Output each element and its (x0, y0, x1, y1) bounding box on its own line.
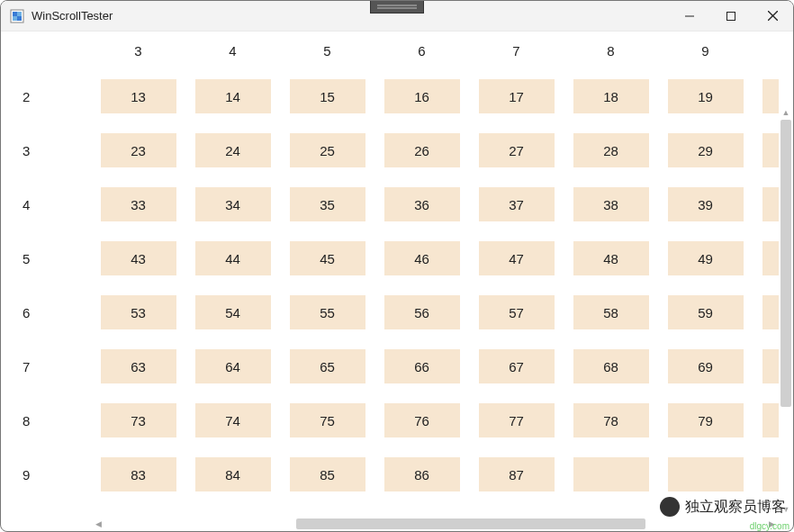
grid-cell[interactable]: 34 (195, 187, 271, 221)
grid-cell[interactable]: 85 (290, 457, 365, 491)
grid-cell-wrap: 38 (564, 177, 658, 231)
grid-cell[interactable]: 65 (290, 349, 365, 383)
grid-cell-wrap: 37 (469, 177, 564, 231)
grid-cell[interactable] (762, 403, 780, 437)
grid-cell-wrap: 79 (658, 393, 753, 447)
grid-cell[interactable]: 68 (573, 349, 649, 383)
scroll-up-arrow-icon[interactable]: ▲ (779, 105, 793, 120)
grid-cell[interactable]: 18 (573, 79, 649, 113)
minimize-button[interactable] (669, 1, 710, 32)
grid-cell[interactable] (762, 295, 780, 329)
grid-cell[interactable]: 15 (290, 79, 365, 113)
grid-cell[interactable]: 35 (290, 187, 365, 221)
grid-cell[interactable] (762, 187, 780, 221)
grid-cell[interactable] (762, 133, 780, 167)
grid-cell[interactable]: 47 (479, 241, 555, 275)
grid-cell[interactable]: 33 (101, 187, 176, 221)
column-header: 5 (280, 32, 374, 69)
grid-cell[interactable]: 75 (290, 403, 365, 437)
grid-cell[interactable]: 54 (195, 295, 271, 329)
grid-cell-wrap: 85 (280, 447, 374, 501)
grid-body: 23456789 1314151617181923242526272829333… (1, 69, 793, 531)
grid-cell-wrap: 55 (280, 285, 374, 339)
vertical-scroll-thumb[interactable] (780, 120, 791, 407)
grid-cell[interactable]: 83 (101, 457, 176, 491)
grid-cell[interactable]: 39 (668, 187, 744, 221)
grid-cell[interactable]: 78 (573, 403, 649, 437)
vertical-scroll-track[interactable] (780, 120, 791, 502)
grid-cell[interactable]: 46 (384, 241, 460, 275)
grid-cell[interactable]: 86 (384, 457, 460, 491)
grid-cell[interactable]: 63 (101, 349, 176, 383)
grid-cell-wrap: 64 (185, 339, 280, 393)
client-area: 34567891 23456789 1314151617181923242526… (1, 32, 793, 531)
grid-cell[interactable]: 56 (384, 295, 460, 329)
grid-cell[interactable]: 87 (479, 457, 555, 491)
grid-cell-wrap: 63 (91, 339, 185, 393)
grid-row: 73747576777879 (91, 393, 779, 447)
grid-row: 63646566676869 (91, 339, 779, 393)
grid-cell[interactable] (762, 457, 780, 491)
grid-cell[interactable]: 73 (101, 403, 176, 437)
grid-cell[interactable]: 53 (101, 295, 176, 329)
grid-cell[interactable]: 59 (668, 295, 744, 329)
scroll-down-arrow-icon[interactable]: ▼ (779, 502, 793, 517)
grid-cell[interactable]: 64 (195, 349, 271, 383)
grid-cell[interactable]: 79 (668, 403, 744, 437)
grid-cell[interactable] (762, 241, 780, 275)
grid-cell[interactable]: 28 (573, 133, 649, 167)
maximize-button[interactable] (710, 1, 752, 32)
row-header: 4 (1, 177, 91, 231)
scroll-left-arrow-icon[interactable]: ◀ (91, 517, 105, 531)
grid-cell[interactable]: 27 (479, 133, 555, 167)
horizontal-scroll-thumb[interactable] (296, 518, 645, 529)
grid-cell[interactable]: 24 (195, 133, 271, 167)
grid-cell[interactable]: 45 (290, 241, 365, 275)
grid-cell[interactable]: 58 (573, 295, 649, 329)
grid-cell[interactable]: 25 (290, 133, 365, 167)
grid-cell[interactable]: 17 (479, 79, 555, 113)
grid-cell[interactable]: 23 (101, 133, 176, 167)
grid-cell[interactable]: 69 (668, 349, 744, 383)
grid-cell[interactable]: 57 (479, 295, 555, 329)
app-window: WinScrollTester 34567891 23456789 (0, 0, 794, 532)
grid-cell[interactable] (573, 457, 649, 491)
grid-cell-wrap: 49 (658, 231, 753, 285)
scroll-right-arrow-icon[interactable]: ▶ (764, 517, 779, 531)
grid-cell[interactable]: 37 (479, 187, 555, 221)
grid-cell[interactable]: 84 (195, 457, 271, 491)
column-header: 7 (469, 32, 564, 69)
grid-cell[interactable]: 67 (479, 349, 555, 383)
grid-cell[interactable]: 74 (195, 403, 271, 437)
grid-cell[interactable]: 38 (573, 187, 649, 221)
vertical-scrollbar[interactable]: ▲ ▼ (779, 105, 793, 517)
grid-cell[interactable]: 43 (101, 241, 176, 275)
grid-cell[interactable]: 14 (195, 79, 271, 113)
grid-cell[interactable] (668, 457, 744, 491)
grid-cell[interactable]: 13 (101, 79, 176, 113)
grid-cell-wrap: 46 (374, 231, 469, 285)
grid-cell[interactable]: 55 (290, 295, 365, 329)
grid-cell-wrap: 24 (185, 123, 280, 177)
grid-cell[interactable] (762, 349, 780, 383)
grid-cell[interactable] (762, 79, 780, 113)
grid-viewport[interactable]: 1314151617181923242526272829333435363738… (91, 69, 779, 517)
grid-cell-wrap: 33 (91, 177, 185, 231)
grid-cell[interactable]: 16 (384, 79, 460, 113)
grid-cell[interactable]: 76 (384, 403, 460, 437)
close-button[interactable] (752, 1, 793, 32)
grid-cell[interactable]: 77 (479, 403, 555, 437)
grid-cell[interactable]: 19 (668, 79, 744, 113)
grid-cell[interactable]: 26 (384, 133, 460, 167)
grid-cell[interactable]: 44 (195, 241, 271, 275)
grid-cell[interactable]: 49 (668, 241, 744, 275)
grid-cell-wrap: 78 (564, 393, 658, 447)
horizontal-scrollbar[interactable]: ◀ ▶ (91, 517, 779, 531)
grid-cell[interactable]: 66 (384, 349, 460, 383)
grid-cell[interactable]: 29 (668, 133, 744, 167)
horizontal-scroll-track[interactable] (105, 518, 764, 529)
grid-cell[interactable]: 36 (384, 187, 460, 221)
grid-cell[interactable]: 48 (573, 241, 649, 275)
grid-cell-wrap: 83 (91, 447, 185, 501)
window-grip[interactable] (370, 1, 424, 14)
